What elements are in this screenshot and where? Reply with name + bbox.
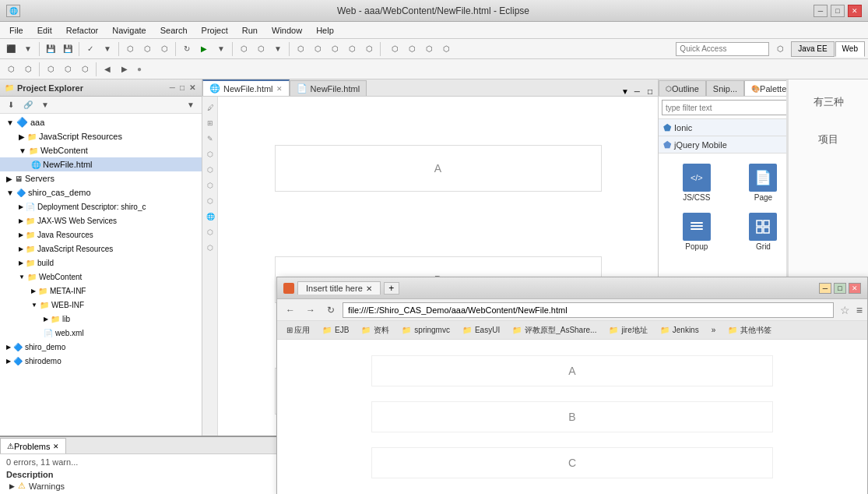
gutter-icon-7[interactable]: ⬡	[202, 193, 218, 209]
tree-item-js-res2[interactable]: ▶ 📁 JavaScript Resources	[0, 242, 202, 256]
collapse-all[interactable]: ⬇	[3, 97, 19, 113]
bm-jire[interactable]: 📁 jire地址	[604, 324, 652, 337]
palette-item-popup[interactable]: Popup	[665, 209, 729, 255]
gutter-icon-10[interactable]: ⬡	[202, 240, 218, 256]
bm-ejb[interactable]: 📁 EJB	[318, 325, 353, 335]
menu-run[interactable]: Run	[236, 24, 264, 37]
tree-item-lib[interactable]: ▶ 📁 lib	[0, 312, 202, 326]
menu-search[interactable]: Search	[154, 24, 194, 37]
browser-url-input[interactable]	[343, 302, 834, 318]
bm-other[interactable]: 📁 其他书签	[723, 324, 776, 337]
editor-tab-newfile-1[interactable]: 🌐 NewFile.html ✕	[202, 79, 290, 96]
back-button[interactable]: ◀	[100, 62, 115, 77]
tb-btn-5[interactable]: ✓	[83, 41, 98, 57]
tree-item-webcontent2[interactable]: ▼ 📁 WebContent	[0, 270, 202, 284]
browser-maximize[interactable]: □	[834, 283, 846, 294]
tree-item-meta-inf[interactable]: ▶ 📁 META-INF	[0, 284, 202, 298]
bm-apps[interactable]: ⊞ 应用	[282, 324, 315, 337]
save-all-button[interactable]: 💾	[60, 41, 76, 57]
minimize-button[interactable]: ─	[814, 5, 828, 17]
maximize-button[interactable]: □	[831, 5, 845, 17]
tb-btn-19[interactable]: ⬡	[361, 41, 377, 57]
close-button[interactable]: ✕	[848, 5, 862, 17]
menu-edit[interactable]: Edit	[31, 24, 58, 37]
refresh-button[interactable]: ↻	[179, 41, 195, 57]
quick-access-input[interactable]	[676, 42, 769, 56]
gutter-icon-3[interactable]: ✎	[202, 131, 218, 146]
tree-item-webcontent[interactable]: ▼ 📁 WebContent	[0, 143, 202, 157]
tb-btn-8[interactable]: ⬡	[139, 41, 155, 57]
gutter-icon-5[interactable]: ⬡	[202, 162, 218, 178]
tb-btn-13[interactable]: ⬡	[253, 41, 269, 57]
problems-close[interactable]: ✕	[53, 443, 59, 450]
tree-item-servers[interactable]: ▶ 🖥 Servers	[0, 171, 202, 185]
explorer-menu[interactable]: ▼	[37, 97, 53, 113]
tb2-btn-5[interactable]: ⬡	[77, 62, 93, 77]
menu-window[interactable]: Window	[265, 24, 308, 37]
gutter-icon-8[interactable]: 🌐	[202, 209, 218, 224]
tb-btn-12[interactable]: ⬡	[236, 41, 251, 57]
tree-item-js-resources[interactable]: ▶ 📁 JavaScript Resources	[0, 129, 202, 143]
tb-btn-21[interactable]: ⬡	[404, 41, 420, 57]
bm-data[interactable]: 📁 资料	[357, 324, 394, 337]
forward-button[interactable]: ▶	[117, 62, 132, 77]
gutter-icon-9[interactable]: ⬡	[202, 224, 218, 240]
tree-item-webxml[interactable]: 📄 web.xml	[0, 326, 202, 340]
tree-item-shiro-cas[interactable]: ▼ 🔷 shiro_cas_demo	[0, 185, 202, 199]
browser-tab-main[interactable]: Insert title here ✕	[297, 281, 381, 295]
tab-outline[interactable]: ⬡ Outline	[659, 80, 706, 96]
browser-tab-close[interactable]: ✕	[366, 284, 372, 293]
tab-close-1[interactable]: ✕	[276, 85, 283, 93]
tb-btn-2[interactable]: ▼	[20, 41, 36, 57]
gutter-icon-2[interactable]: ⊞	[202, 115, 218, 131]
tb-btn-7[interactable]: ⬡	[122, 41, 138, 57]
browser-minimize[interactable]: ─	[819, 283, 831, 294]
tb2-btn-1[interactable]: ⬡	[3, 62, 19, 77]
editor-tab-newfile-2[interactable]: 📄 NewFile.html	[290, 80, 367, 96]
java-ee-perspective[interactable]: Java EE	[791, 41, 834, 57]
menu-refactor[interactable]: Refactor	[60, 24, 105, 37]
tree-item-java-res[interactable]: ▶ 📁 Java Resources	[0, 228, 202, 242]
panel-minimize[interactable]: ─	[168, 83, 177, 92]
menu-project[interactable]: Project	[195, 24, 234, 37]
gutter-icon-6[interactable]: ⬡	[202, 178, 218, 193]
tree-item-jaxws[interactable]: ▶ 📁 JAX-WS Web Services	[0, 213, 202, 228]
new-button[interactable]: ⬛	[3, 41, 19, 57]
tb-btn-6[interactable]: ▼	[100, 41, 115, 57]
run-button[interactable]: ▶	[196, 41, 212, 57]
panel-maximize[interactable]: □	[178, 83, 186, 92]
tb-btn-17[interactable]: ⬡	[327, 41, 343, 57]
tree-item-aaa[interactable]: ▼ 🔷 aaa	[0, 115, 202, 129]
web-perspective[interactable]: Web	[835, 41, 865, 57]
run-arrow[interactable]: ▼	[213, 41, 229, 57]
tb-btn-22[interactable]: ⬡	[421, 41, 437, 57]
bookmark-star[interactable]: ☆	[837, 304, 853, 316]
bm-springmvc[interactable]: 📁 springmvc	[397, 325, 455, 335]
tb2-btn-4[interactable]: ⬡	[60, 62, 76, 77]
new-tab-button[interactable]: +	[384, 282, 399, 295]
perspective-toggle[interactable]: ⬡	[772, 41, 788, 57]
panel-close[interactable]: ✕	[188, 83, 197, 92]
tree-item-web-inf[interactable]: ▼ 📁 WEB-INF	[0, 298, 202, 312]
tb-btn-18[interactable]: ⬡	[344, 41, 360, 57]
tb-btn-23[interactable]: ⬡	[438, 41, 454, 57]
tree-item-shirodemo[interactable]: ▶ 🔷 shirodemo	[0, 354, 202, 368]
browser-forward[interactable]: →	[302, 302, 319, 319]
bm-pj[interactable]: 📁 评教原型_AsShare...	[508, 324, 601, 337]
gutter-icon-1[interactable]: 🖊	[202, 100, 218, 115]
palette-item-jscss[interactable]: </> JS/CSS	[665, 160, 729, 206]
tree-item-shiro-demo[interactable]: ▶ 🔷 shiro_demo	[0, 340, 202, 354]
problems-tab[interactable]: ⚠ Problems ✕	[0, 438, 66, 453]
editor-maximize[interactable]: □	[645, 87, 655, 96]
menu-file[interactable]: File	[3, 24, 30, 37]
tree-item-deployment[interactable]: ▶ 📄 Deployment Descriptor: shiro_c	[0, 199, 202, 213]
browser-back[interactable]: ←	[282, 302, 299, 319]
browser-reload[interactable]: ↻	[322, 302, 339, 319]
browser-close[interactable]: ✕	[849, 283, 861, 294]
tb-btn-16[interactable]: ⬡	[310, 41, 325, 57]
tb2-btn-3[interactable]: ⬡	[43, 62, 58, 77]
tb-btn-15[interactable]: ⬡	[293, 41, 308, 57]
tab-snip[interactable]: Snip...	[706, 80, 744, 96]
link-editor[interactable]: 🔗	[20, 97, 36, 113]
bm-jenkins[interactable]: 📁 Jenkins	[655, 325, 704, 335]
